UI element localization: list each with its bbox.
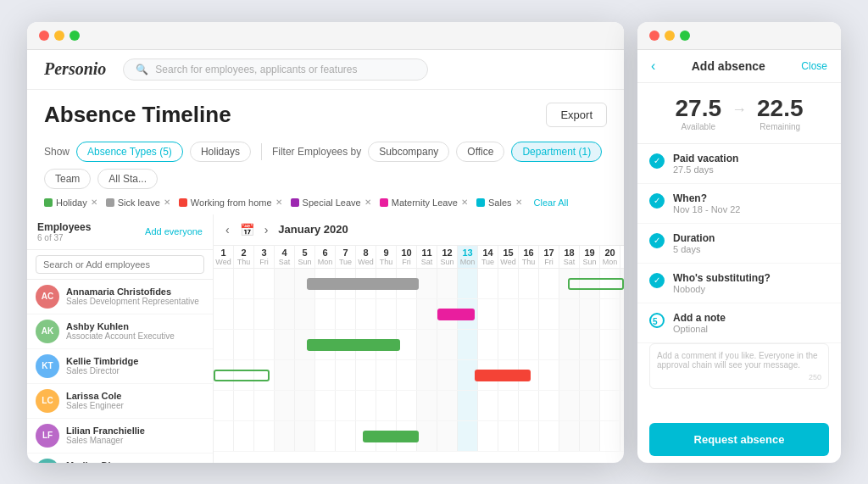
cal-day-header-6: 6Mon xyxy=(315,246,336,268)
holiday-remove[interactable]: ✕ xyxy=(91,197,97,207)
employee-row-lilian: LF Lilian Franchiellie Sales Manager xyxy=(27,419,213,453)
cal-day-header-4: 4Sat xyxy=(275,246,295,268)
cal-cell xyxy=(275,421,295,451)
calendar-icon[interactable]: 📅 xyxy=(240,223,254,236)
cal-cell xyxy=(559,421,580,451)
check-icon-3: ✓ xyxy=(654,236,660,245)
avatar-annamaria: AC xyxy=(36,285,59,309)
cal-row-larissa xyxy=(214,360,624,391)
calendar-prev-button[interactable]: ‹ xyxy=(222,221,233,238)
top-nav: Personio 🔍 Search for employees, applica… xyxy=(27,50,624,90)
traffic-light-green[interactable] xyxy=(70,31,80,41)
cal-cell xyxy=(437,421,458,451)
employees-heading: Employees 6 of 37 xyxy=(37,221,91,242)
cal-cell xyxy=(275,330,295,359)
cal-cell xyxy=(214,421,234,451)
employee-row-larissa: LC Larissa Cole Sales Engineer xyxy=(27,384,213,419)
special-leave-remove[interactable]: ✕ xyxy=(364,197,371,207)
step-note: 5 Add a note Optional xyxy=(637,303,841,343)
arrow-icon: → xyxy=(732,101,747,119)
cal-day-header-14: 14Tue xyxy=(478,246,498,268)
stats-row: 27.5 Available → 22.5 Remaining xyxy=(637,83,841,144)
cal-cell xyxy=(417,421,437,451)
cal-cell xyxy=(356,360,376,390)
all-statuses-filter[interactable]: All Sta... xyxy=(97,169,158,189)
step-value-1: 27.5 days xyxy=(673,164,738,175)
cal-cell xyxy=(580,391,600,420)
clear-all-button[interactable]: Clear All xyxy=(534,197,569,208)
cal-cell xyxy=(336,391,356,420)
cal-day-header-3: 3Fri xyxy=(254,246,275,268)
panel-tl-red[interactable] xyxy=(649,31,659,41)
cal-row-kellie xyxy=(214,330,624,360)
emp-role: Sales Director xyxy=(66,366,138,376)
cal-cell xyxy=(356,391,376,420)
sales-remove[interactable]: ✕ xyxy=(515,197,522,207)
cal-day-header-5: 5Sun xyxy=(295,246,315,268)
cal-cell xyxy=(336,421,356,451)
cal-day-header-20: 20Mon xyxy=(600,246,620,268)
subcompany-filter[interactable]: Subcompany xyxy=(368,142,449,162)
department-filter[interactable]: Department (1) xyxy=(511,142,602,162)
cal-day-header-12: 12Sun xyxy=(437,246,458,268)
cal-cell xyxy=(498,421,519,451)
traffic-light-red[interactable] xyxy=(39,31,49,41)
step-check-5: 5 xyxy=(649,313,665,328)
add-everyone-button[interactable]: Add everyone xyxy=(145,226,203,236)
team-filter[interactable]: Team xyxy=(44,169,91,189)
cal-cell xyxy=(376,360,397,390)
employee-info-ashby: Ashby Kuhlen Associate Account Executive xyxy=(66,321,175,341)
cal-cell xyxy=(417,360,437,390)
office-filter[interactable]: Office xyxy=(456,142,504,162)
cal-cell xyxy=(234,421,254,451)
step-number-5: 5 xyxy=(653,317,661,326)
emp-name: Lilian Franchiellie xyxy=(66,426,145,436)
wfh-dot xyxy=(179,198,187,207)
panel-tl-yellow[interactable] xyxy=(665,31,675,41)
calendar-next-button[interactable]: › xyxy=(261,221,272,238)
absence-bar xyxy=(475,370,531,381)
tag-sick-leave: Sick leave ✕ xyxy=(106,197,170,208)
employee-info-merlina: Merlina Dive Sales Manager xyxy=(66,460,123,463)
panel-back-button[interactable]: ‹ xyxy=(651,58,655,74)
search-bar[interactable]: 🔍 Search for employees, applicants or fe… xyxy=(123,58,428,81)
panel-tl-green[interactable] xyxy=(680,31,690,41)
cal-cell xyxy=(478,299,498,329)
cal-cell xyxy=(336,299,356,329)
remaining-label: Remaining xyxy=(757,122,804,131)
cal-cell xyxy=(620,391,624,420)
panel-close-button[interactable]: Close xyxy=(801,60,827,72)
cal-cell xyxy=(315,421,336,451)
sick-leave-remove[interactable]: ✕ xyxy=(164,197,170,207)
emp-name: Merlina Dive xyxy=(66,460,123,463)
absence-types-filter[interactable]: Absence Types (5) xyxy=(76,142,183,162)
remaining-value: 22.5 xyxy=(757,95,804,122)
note-area[interactable]: Add a comment if you like. Everyone in t… xyxy=(649,343,829,389)
special-leave-dot xyxy=(291,198,299,207)
cal-cell xyxy=(437,269,458,298)
tag-wfh: Working from home ✕ xyxy=(179,197,282,208)
cal-row-annamaria xyxy=(214,269,624,299)
maternity-remove[interactable]: ✕ xyxy=(461,197,468,207)
step-check-1: ✓ xyxy=(649,153,665,169)
employee-search-input[interactable] xyxy=(36,255,204,274)
cal-day-header-17: 17Fri xyxy=(539,246,559,268)
request-absence-button[interactable]: Request absence xyxy=(649,423,829,456)
cal-cell xyxy=(417,299,437,329)
cal-cell xyxy=(275,299,295,329)
cal-cell xyxy=(254,330,275,359)
cal-cell xyxy=(417,269,437,298)
holidays-filter[interactable]: Holidays xyxy=(190,142,251,162)
step-title-1: Paid vacation xyxy=(673,153,738,164)
wfh-label: Working from home xyxy=(191,197,272,208)
cal-cell xyxy=(234,269,254,298)
export-button[interactable]: Export xyxy=(546,103,607,127)
traffic-light-yellow[interactable] xyxy=(54,31,64,41)
cal-day-header-7: 7Tue xyxy=(336,246,356,268)
step-title-2: When? xyxy=(673,192,740,204)
step-title-5: Add a note xyxy=(673,312,726,324)
emp-name: Annamaria Christofides xyxy=(66,287,199,297)
note-counter: 250 xyxy=(657,373,821,381)
wfh-remove[interactable]: ✕ xyxy=(275,197,282,207)
employees-header: Employees 6 of 37 Add everyone xyxy=(27,214,213,250)
